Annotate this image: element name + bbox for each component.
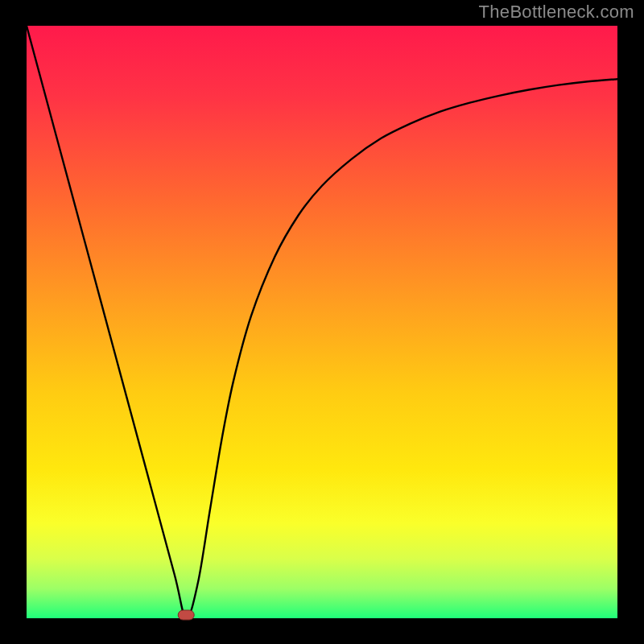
watermark-text: TheBottleneck.com (479, 2, 634, 23)
plot-area (27, 26, 617, 618)
chart-frame: TheBottleneck.com (0, 0, 644, 644)
bottleneck-chart (0, 0, 644, 644)
optimum-marker (178, 610, 194, 620)
